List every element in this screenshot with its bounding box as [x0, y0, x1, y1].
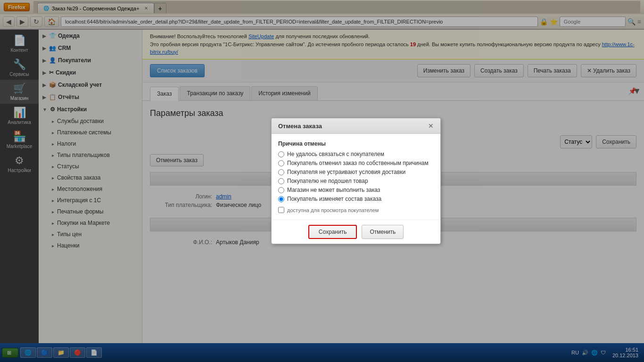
reason-radio-4[interactable] [278, 178, 284, 184]
reason-label: Причина отмены [278, 140, 434, 147]
reason-text-5: Магазин не может выполнить заказ [287, 187, 380, 193]
visible-checkbox[interactable] [278, 207, 284, 213]
reason-text-6: Покупатель изменяет состав заказа [287, 196, 381, 202]
reason-option-6[interactable]: Покупатель изменяет состав заказа [278, 196, 434, 202]
dialog-close-icon[interactable]: ✕ [428, 122, 434, 130]
checkbox-label: доступна для просмотра покупателем [287, 207, 379, 213]
reason-radio-5[interactable] [278, 187, 284, 193]
dialog-title: Отмена заказа [278, 123, 322, 130]
reason-radio-6[interactable] [278, 196, 284, 202]
reason-text-3: Покупателя не устраивают условия доставк… [287, 169, 405, 175]
dialog-footer: Сохранить Отменить [272, 220, 440, 244]
dialog-cancel-button[interactable]: Отменить [362, 225, 404, 239]
reason-option-2[interactable]: Покупатель отменил заказ по собственным … [278, 160, 434, 166]
dialog-header: Отмена заказа ✕ [272, 118, 440, 134]
reason-text-2: Покупатель отменил заказ по собственным … [287, 160, 429, 166]
reason-radio-2[interactable] [278, 160, 284, 166]
cancel-order-dialog: Отмена заказа ✕ Причина отмены Не удалос… [271, 118, 441, 244]
reason-option-1[interactable]: Не удалось связаться с покупателем [278, 151, 434, 157]
dialog-body: Причина отмены Не удалось связаться с по… [272, 134, 440, 220]
dialog-save-button[interactable]: Сохранить [308, 225, 357, 239]
reason-option-5[interactable]: Магазин не может выполнить заказ [278, 187, 434, 193]
checkbox-row: доступна для просмотра покупателем [278, 207, 434, 213]
reason-option-4[interactable]: Покупателю не подошел товар [278, 178, 434, 184]
reason-option-3[interactable]: Покупателя не устраивают условия доставк… [278, 169, 434, 175]
reason-radio-1[interactable] [278, 151, 284, 157]
reason-text-4: Покупателю не подошел товар [287, 178, 368, 184]
reason-text-1: Не удалось связаться с покупателем [287, 151, 384, 157]
reason-radio-3[interactable] [278, 169, 284, 175]
